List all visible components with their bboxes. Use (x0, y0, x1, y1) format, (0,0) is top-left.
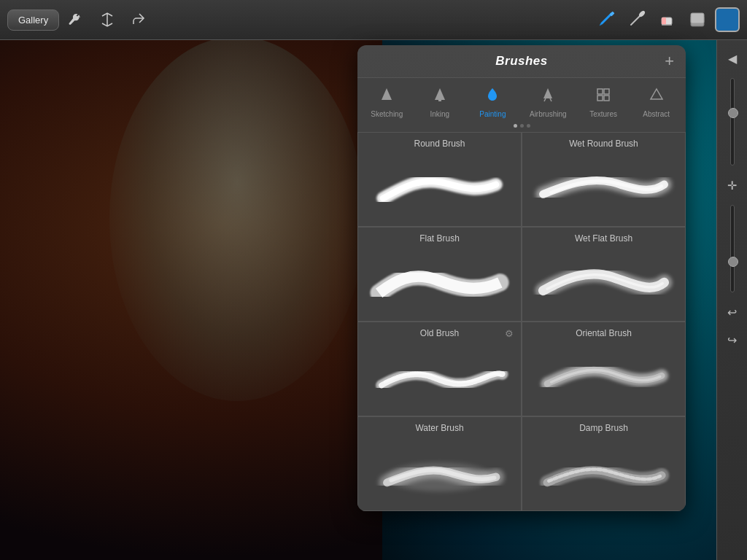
svg-line-11 (544, 98, 546, 101)
wet-flat-brush-preview (531, 248, 676, 310)
tab-inking[interactable]: Inking (418, 84, 462, 121)
brush-grid: Round Brush Wet Round Brush (357, 132, 686, 511)
svg-rect-3 (662, 18, 666, 25)
svg-rect-15 (597, 96, 603, 101)
brush-round-brush[interactable]: Round Brush (357, 132, 522, 227)
svg-marker-17 (651, 89, 662, 99)
smudge-tool[interactable] (623, 7, 649, 33)
airbrushing-icon (540, 87, 556, 107)
svg-marker-7 (382, 88, 392, 100)
textures-icon (595, 87, 611, 107)
tab-textures[interactable]: Textures (581, 84, 625, 121)
sketching-label: Sketching (371, 110, 403, 118)
gallery-button[interactable]: Gallery (7, 9, 59, 31)
svg-rect-13 (597, 89, 603, 94)
round-brush-preview (367, 153, 512, 215)
svg-marker-10 (543, 88, 552, 98)
abstract-label: Abstract (643, 110, 670, 118)
tab-painting[interactable]: Painting (471, 84, 514, 121)
tab-airbrushing[interactable]: Airbrushing (524, 84, 573, 121)
brush-damp-brush[interactable]: Damp Brush (522, 416, 686, 511)
brush-flat-brush[interactable]: Flat Brush (357, 227, 522, 322)
toolbar: Gallery (0, 0, 747, 40)
crosshair-icon[interactable]: ✛ (721, 174, 743, 196)
category-tabs: Sketching Inking Painting (357, 78, 686, 121)
water-brush-preview (367, 438, 512, 499)
svg-rect-6 (691, 13, 704, 23)
panel-title: Brushes (495, 54, 548, 69)
oriental-brush-preview (531, 343, 676, 405)
redo-action-icon[interactable]: ↪ (721, 329, 743, 351)
svg-rect-16 (604, 96, 609, 101)
opacity-slider[interactable] (730, 205, 735, 292)
symmetry-icon[interactable] (94, 7, 120, 33)
brush-old-brush[interactable]: Old Brush ⚙ (357, 322, 522, 416)
flat-brush-preview (367, 248, 512, 310)
right-sidebar: ◀ ✛ ↩ ↪ (716, 40, 747, 560)
eraser-tool[interactable] (654, 7, 680, 33)
textures-label: Textures (589, 110, 617, 118)
dot-3 (527, 124, 530, 128)
water-brush-label: Water Brush (367, 423, 512, 433)
add-brush-button[interactable]: + (665, 53, 674, 69)
brush-wet-flat-brush[interactable]: Wet Flat Brush (522, 227, 686, 322)
oriental-brush-label: Oriental Brush (531, 328, 676, 338)
brush-wet-round-brush[interactable]: Wet Round Brush (522, 132, 686, 227)
wrench-icon[interactable] (62, 7, 88, 33)
old-brush-label: Old Brush (367, 328, 512, 338)
svg-line-12 (550, 98, 551, 101)
share-icon[interactable] (126, 7, 152, 33)
tab-abstract[interactable]: Abstract (635, 84, 678, 121)
dot-2 (520, 124, 524, 128)
panel-header: Brushes + (357, 45, 686, 78)
brush-oriental-brush[interactable]: Oriental Brush (522, 322, 686, 416)
damp-brush-preview (531, 438, 676, 499)
flat-brush-label: Flat Brush (367, 233, 512, 244)
inking-label: Inking (430, 110, 450, 118)
damp-brush-label: Damp Brush (531, 423, 676, 433)
painting-label: Painting (479, 110, 506, 118)
color-picker[interactable] (715, 7, 740, 32)
wet-flat-brush-label: Wet Flat Brush (531, 233, 676, 244)
painting-icon (484, 87, 500, 107)
tab-sketching[interactable]: Sketching (365, 84, 409, 121)
abstract-icon (649, 87, 665, 107)
wet-round-brush-label: Wet Round Brush (531, 139, 676, 149)
dot-1 (514, 124, 517, 128)
old-brush-preview (367, 343, 512, 405)
wet-round-brush-preview (531, 153, 676, 215)
old-brush-gear-icon[interactable]: ⚙ (505, 328, 514, 339)
sketching-icon (379, 87, 395, 107)
tab-page-dots (357, 121, 686, 132)
inking-icon (432, 87, 448, 107)
layers-tool[interactable] (684, 7, 711, 33)
brush-tool-active[interactable] (592, 7, 619, 33)
undo-action-icon[interactable]: ↩ (721, 301, 743, 323)
undo-icon[interactable]: ◀ (721, 47, 743, 69)
svg-rect-9 (438, 97, 441, 101)
svg-rect-14 (604, 89, 609, 94)
brush-water-brush[interactable]: Water Brush (357, 416, 522, 511)
round-brush-label: Round Brush (367, 139, 512, 149)
brush-size-slider[interactable] (730, 78, 735, 166)
airbrushing-label: Airbrushing (530, 110, 567, 118)
brushes-panel: Brushes + Sketching Inking (357, 45, 686, 511)
